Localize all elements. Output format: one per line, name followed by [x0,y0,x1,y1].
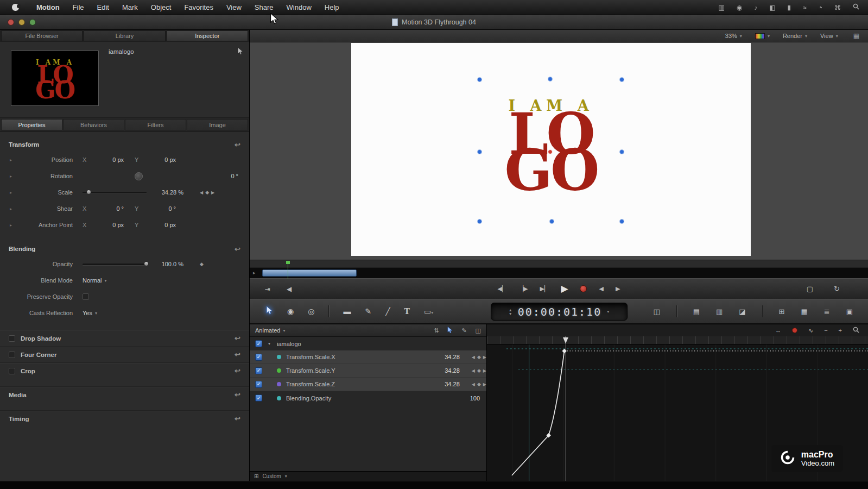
subtab-properties[interactable]: Properties [1,119,62,130]
snapshot-icon[interactable]: ◫ [476,327,481,334]
selection-handle[interactable] [477,77,482,82]
text-tool[interactable]: T [404,307,410,316]
media-reset-icon[interactable]: ↩ [235,391,240,399]
group-enable-checkbox[interactable]: ✓ [255,340,262,347]
scale-slider[interactable] [83,189,147,196]
zoom-in-icon[interactable]: + [839,327,842,334]
parameter-value[interactable]: 100 [455,395,480,402]
go-to-marker-icon[interactable]: ⇥ [265,285,270,293]
blend-mode-dropdown[interactable]: Normal ▾ [83,277,106,284]
disclosure-icon[interactable]: ▸ [10,223,22,228]
close-button[interactable] [8,19,14,26]
content-library-icon[interactable]: ▥ [716,308,723,316]
channels-dropdown[interactable]: ▾ [755,33,770,39]
crop-reset-icon[interactable]: ↩ [235,367,240,375]
selection-handle[interactable] [477,149,482,154]
disclosure-icon[interactable]: ▸ [10,206,22,211]
add-keyframe-icon[interactable]: ◆ [205,190,209,195]
parameter-row[interactable]: ✓ Transform.Scale.Y 34.28 ◀ ◆ ▶ [250,364,486,378]
canvas-viewport[interactable]: I AM A LOGO [250,42,868,260]
import-media-icon[interactable]: ▤ [693,308,700,316]
spotlight-icon[interactable] [853,3,859,11]
parameter-enable-checkbox[interactable]: ✓ [255,367,262,374]
timecode-display[interactable]: ▲▼ 00:00:01:10 ▾ [491,303,628,321]
casts-reflection-dropdown[interactable]: Yes ▾ [83,310,97,316]
four-corner-section[interactable]: Four Corner ↩ [0,346,249,362]
subtab-image[interactable]: Image [187,119,248,130]
mini-playhead[interactable] [288,261,288,279]
selection-handle[interactable] [549,219,554,224]
menu-app[interactable]: Motion [30,0,66,15]
tab-library[interactable]: Library [84,30,165,41]
parameter-row[interactable]: ✓ Blending.Opacity 100 [250,391,486,405]
transform-reset-icon[interactable]: ↩ [235,141,240,149]
clock-icon[interactable]: ◔ [819,4,822,11]
parameter-enable-checkbox[interactable]: ✓ [255,354,262,361]
previous-keyframe-icon[interactable]: ◀▏ [498,285,507,292]
opacity-keyframe-icon[interactable]: ◆ [200,261,204,267]
zoom-out-icon[interactable]: − [824,327,827,334]
next-frame-icon[interactable]: ▶ [616,285,620,292]
prev-keyframe-icon[interactable]: ◀ [200,190,203,195]
new-camera-icon[interactable]: ◫ [653,308,660,316]
next-keyframe-icon[interactable]: ▶ [211,190,214,195]
timing-section[interactable]: Timing ↩ [0,410,249,427]
next-keyframe-icon[interactable]: ▶ [483,382,486,387]
tab-inspector[interactable]: Inspector [167,30,248,41]
selection-handle[interactable] [619,77,624,82]
step-back-icon[interactable]: ◀ [287,285,292,293]
parameter-value[interactable]: 34.28 [435,381,460,387]
menu-favorites[interactable]: Favorites [178,0,219,15]
prev-keyframe-icon[interactable]: ◀ [472,355,475,360]
previous-frame-icon[interactable]: ◀ [599,285,603,292]
drop-shadow-section[interactable]: Drop Shadow ↩ [0,330,249,346]
object-panel-icon[interactable]: ⊞ [779,308,785,316]
disclosure-icon[interactable]: ▸ [10,158,22,162]
menu-file[interactable]: File [66,0,91,15]
next-keyframe-icon[interactable]: ▶ [483,355,486,360]
subtab-behaviors[interactable]: Behaviors [63,119,124,130]
next-keyframe-icon[interactable]: ▕▶ [519,285,528,292]
anchor-y-value[interactable]: 0 px [144,222,176,228]
preserve-opacity-checkbox[interactable] [83,293,89,300]
anchor-point-handle[interactable] [548,149,553,154]
shear-x-value[interactable]: 0 ° [92,205,124,212]
parameter-enable-checkbox[interactable]: ✓ [255,394,262,402]
add-keyframe-icon[interactable]: ◆ [477,381,481,387]
drop-shadow-checkbox[interactable] [9,335,15,342]
canvas-stage[interactable]: I AM A LOGO [351,43,751,256]
opacity-value[interactable]: 100.0 % [150,261,183,267]
fullscreen-icon[interactable]: ▢ [807,285,813,293]
disclosure-icon[interactable]: ▸ [10,190,22,195]
anchor-x-value[interactable]: 0 px [92,222,124,228]
notifications-icon[interactable]: ♪ [754,4,757,11]
menu-edit[interactable]: Edit [91,0,116,15]
subtab-filters[interactable]: Filters [125,119,186,130]
add-keyframe-icon[interactable]: ◆ [477,354,481,360]
parameter-value[interactable]: 34.28 [435,354,460,360]
selection-handle[interactable] [548,77,553,82]
scale-value[interactable]: 34.28 % [150,189,183,196]
minimize-button[interactable] [18,19,25,26]
edit-keyframes-tool-icon[interactable] [447,327,453,335]
rotation-value[interactable]: 0 ° [207,173,238,179]
mini-timeline-ruler[interactable] [250,260,868,267]
magnify-icon[interactable] [853,327,859,334]
menu-mark[interactable]: Mark [116,0,144,15]
timeline-panel-icon[interactable]: ▦ [801,308,808,316]
keyframe-graph[interactable]: ↔ ∿ − + [487,324,868,481]
group-row[interactable]: ✓ ▾ iamalogo [250,337,486,350]
window-title-bar[interactable]: Motion 3D Flythrough 04 [0,15,868,30]
four-corner-checkbox[interactable] [9,352,15,358]
display-icon[interactable]: ▥ [718,4,724,11]
apple-menu-icon[interactable] [12,4,19,11]
loop-icon[interactable]: ↻ [834,285,840,293]
media-section[interactable]: Media ↩ [0,386,249,403]
position-x-value[interactable]: 0 px [92,156,124,163]
fit-curves-icon[interactable]: ↔ [775,327,781,334]
menu-view[interactable]: View [220,0,248,15]
line-tool[interactable]: ╱ [385,307,390,316]
logo-object[interactable]: I AM A LOGO [504,97,597,189]
selection-handle[interactable] [619,219,624,224]
blending-reset-icon[interactable]: ↩ [235,245,240,253]
